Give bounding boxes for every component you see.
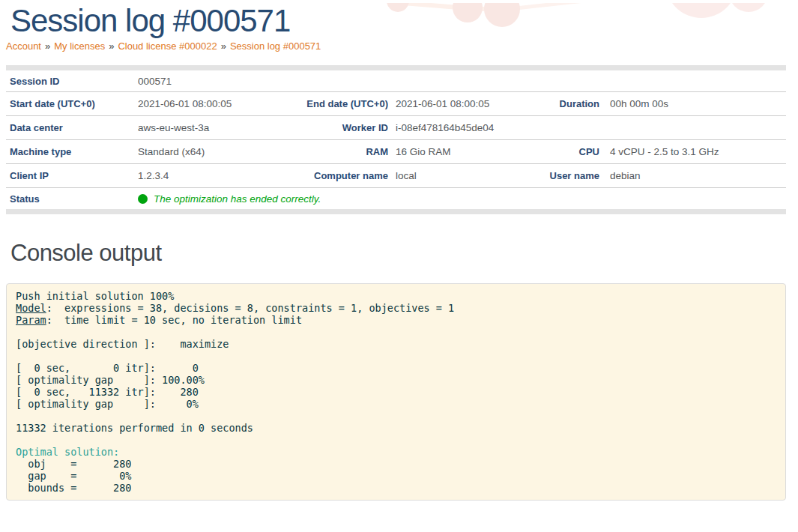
console-keyword: Param (16, 314, 46, 326)
status-cell: The optimization has ended correctly. (133, 188, 786, 212)
table-label (264, 68, 388, 92)
table-value: local (388, 164, 504, 188)
table-row: Data centeraws-eu-west-3aWorker IDi-08ef… (6, 116, 786, 140)
table-label: Session ID (6, 68, 133, 92)
table-label: Status (6, 188, 133, 212)
breadcrumb-separator: » (45, 40, 50, 52)
table-value (599, 116, 786, 140)
table-label: Machine type (6, 140, 133, 164)
table-row: Machine typeStandard (x64)RAM16 Gio RAMC… (6, 140, 786, 164)
table-value: Standard (x64) (133, 140, 264, 164)
table-value: 00h 00m 00s (599, 92, 786, 116)
table-value: 1.2.3.4 (133, 164, 264, 188)
console-text: [ 0 sec, 0 itr]: 0 (16, 362, 199, 374)
table-label (504, 116, 599, 140)
table-label: Data center (6, 116, 133, 140)
table-label: Start date (UTC+0) (6, 92, 133, 116)
session-details-table: Session ID000571Start date (UTC+0)2021-0… (6, 65, 786, 214)
table-row: Client IP1.2.3.4Computer namelocalUser n… (6, 164, 786, 188)
table-label: Computer name (264, 164, 388, 188)
breadcrumb-separator: » (221, 40, 226, 52)
console-line: [ optimality gap ]: 100.00% (16, 374, 776, 386)
table-label: User name (504, 164, 599, 188)
table-value: debian (599, 164, 786, 188)
console-text: gap = 0% (16, 470, 131, 482)
console-text: [ optimality gap ]: 0% (16, 398, 199, 410)
console-line (16, 326, 776, 338)
table-row: Session ID000571 (6, 68, 786, 92)
console-line (16, 350, 776, 362)
table-value: aws-eu-west-3a (133, 116, 264, 140)
table-value: 2021-06-01 08:00:05 (133, 92, 264, 116)
table-value: 2021-06-01 08:00:05 (388, 92, 504, 116)
console-line: Model: expressions = 38, decisions = 8, … (16, 302, 776, 314)
console-line: Optimal solution: (16, 446, 776, 458)
console-line: gap = 0% (16, 470, 776, 482)
breadcrumb-link[interactable]: Session log #000571 (230, 40, 321, 52)
table-value: 16 Gio RAM (388, 140, 504, 164)
console-text: [objective direction ]: maximize (16, 338, 229, 350)
table-label: CPU (504, 140, 599, 164)
table-label: Duration (504, 92, 599, 116)
console-output: Push initial solution 100%Model: express… (6, 283, 786, 501)
page-title: Session log #000571 (10, 3, 798, 39)
status-green-dot-icon (138, 194, 148, 204)
console-line: [ 0 sec, 0 itr]: 0 (16, 362, 776, 374)
console-text: bounds = 280 (16, 482, 131, 494)
console-line: Push initial solution 100% (16, 290, 776, 302)
breadcrumb-link[interactable]: Cloud license #000022 (118, 40, 217, 52)
console-line: Param: time limit = 10 sec, no iteration… (16, 314, 776, 326)
table-label: Worker ID (264, 116, 388, 140)
table-row: Start date (UTC+0)2021-06-01 08:00:05End… (6, 92, 786, 116)
table-label: Client IP (6, 164, 133, 188)
console-line: [objective direction ]: maximize (16, 338, 776, 350)
console-line: 11332 iterations performed in 0 seconds (16, 422, 776, 434)
console-line: [ optimality gap ]: 0% (16, 398, 776, 410)
status-text: The optimization has ended correctly. (154, 193, 321, 205)
console-line: [ 0 sec, 11332 itr]: 280 (16, 386, 776, 398)
console-text: : time limit = 10 sec, no iteration limi… (46, 314, 302, 326)
console-text: Optimal solution: (16, 446, 119, 458)
table-row: StatusThe optimization has ended correct… (6, 188, 786, 212)
table-value (388, 68, 504, 92)
page: Session log #000571 Account»My licenses»… (0, 3, 798, 532)
console-heading: Console output (10, 238, 798, 268)
console-text: 11332 iterations performed in 0 seconds (16, 422, 253, 434)
console-line (16, 410, 776, 422)
table-label: End date (UTC+0) (264, 92, 388, 116)
console-text: [ 0 sec, 11332 itr]: 280 (16, 386, 199, 398)
console-text: : expressions = 38, decisions = 8, const… (46, 302, 455, 314)
breadcrumb: Account»My licenses»Cloud license #00002… (6, 40, 798, 52)
breadcrumb-link[interactable]: Account (6, 40, 41, 52)
table-value: 000571 (133, 68, 264, 92)
breadcrumb-separator: » (109, 40, 114, 52)
session-table-body: Session ID000571Start date (UTC+0)2021-0… (6, 68, 786, 212)
console-keyword: Model (16, 302, 46, 314)
console-line: bounds = 280 (16, 482, 776, 494)
console-line: obj = 280 (16, 458, 776, 470)
table-value: i-08ef478164b45de04 (388, 116, 504, 140)
breadcrumb-link[interactable]: My licenses (54, 40, 105, 52)
console-text: Push initial solution 100% (16, 290, 174, 302)
table-value: 4 vCPU - 2.5 to 3.1 GHz (599, 140, 786, 164)
table-label (504, 68, 599, 92)
table-value (599, 68, 786, 92)
console-text: obj = 280 (16, 458, 131, 470)
console-line (16, 434, 776, 446)
table-label: RAM (264, 140, 388, 164)
console-text: [ optimality gap ]: 100.00% (16, 374, 205, 386)
